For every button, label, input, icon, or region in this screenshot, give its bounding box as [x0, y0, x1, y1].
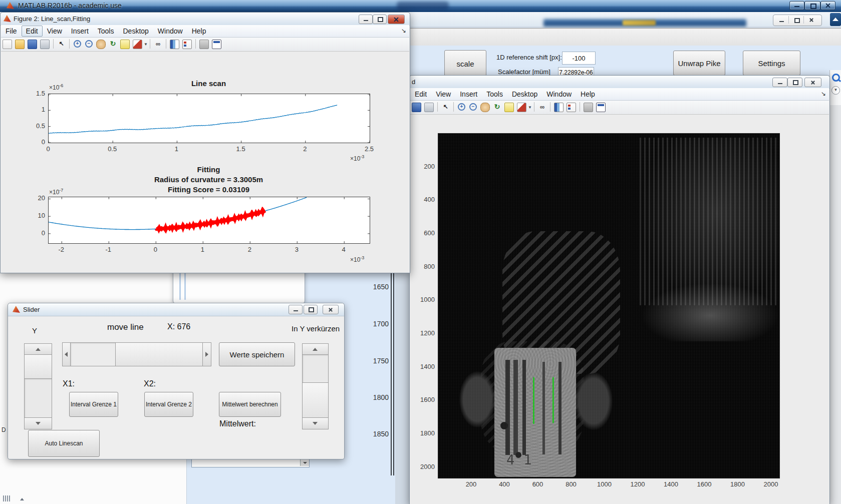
dock-arrow-icon[interactable]: ↘: [401, 27, 406, 34]
menu-item-help[interactable]: Help: [187, 26, 211, 37]
insert-legend-icon[interactable]: [182, 40, 192, 49]
menu-item-desktop[interactable]: Desktop: [118, 26, 153, 37]
hold-plot-icon[interactable]: [584, 103, 593, 112]
dropdown-circle-icon[interactable]: ▼: [831, 86, 840, 95]
print-icon[interactable]: [40, 40, 50, 49]
zoom-out-icon[interactable]: −: [85, 40, 93, 48]
slider-track[interactable]: [24, 378, 52, 418]
minimize-button[interactable]: [774, 16, 789, 24]
insert-colorbar-icon[interactable]: [170, 40, 179, 49]
data-cursor-icon[interactable]: [120, 40, 130, 49]
slider-down-button[interactable]: [24, 417, 52, 429]
tick-label: 800: [560, 480, 582, 488]
rotate-3d-icon[interactable]: ↻: [493, 103, 501, 111]
close-button[interactable]: [804, 78, 821, 87]
link-plot-icon[interactable]: ∞: [154, 40, 162, 48]
fitting-axes[interactable]: [48, 197, 370, 244]
menu-item-tools[interactable]: Tools: [93, 26, 119, 37]
tick-label: 0: [24, 229, 45, 237]
minimize-button[interactable]: [772, 78, 787, 87]
dock-figure-icon[interactable]: [212, 40, 221, 49]
menu-item-desktop[interactable]: Desktop: [507, 89, 542, 100]
settings-button[interactable]: Settings: [743, 51, 800, 76]
scale-button[interactable]: scale: [444, 50, 486, 77]
cursor-icon[interactable]: ↖: [441, 103, 450, 111]
menu-item-view[interactable]: View: [431, 89, 455, 100]
interval-grenze1-button[interactable]: Interval Grenze 1: [69, 392, 118, 417]
zoom-out-icon[interactable]: −: [469, 103, 477, 111]
close-button[interactable]: [388, 15, 405, 24]
menu-item-edit[interactable]: Edit: [410, 89, 431, 100]
search-icon[interactable]: [832, 74, 840, 82]
line-scan-axes[interactable]: [48, 94, 370, 143]
save-icon[interactable]: [412, 103, 421, 112]
slider-right-button[interactable]: [202, 342, 211, 366]
minimize-button[interactable]: [789, 1, 804, 10]
rotate-3d-icon[interactable]: ↻: [109, 40, 117, 48]
maximize-button[interactable]: [373, 15, 387, 24]
interval-grenze2-button[interactable]: Interval Grenze 2: [144, 392, 193, 417]
new-doc-icon[interactable]: [3, 40, 12, 49]
matlab-main-titlebar[interactable]: MATLAB R2016b - academic use: [0, 0, 841, 13]
minimize-button[interactable]: [359, 15, 373, 24]
minimize-button[interactable]: [289, 305, 303, 314]
chevron-down-icon[interactable]: ▼: [528, 103, 532, 111]
slider-titlebar[interactable]: Slider: [8, 303, 344, 316]
dock-arrow-icon[interactable]: ↘: [821, 90, 826, 97]
maximize-button[interactable]: [789, 16, 804, 24]
slider-down-button[interactable]: [302, 417, 329, 429]
slider-thumb[interactable]: [302, 382, 329, 418]
menu-item-insert[interactable]: Insert: [67, 26, 93, 37]
menu-item-window[interactable]: Window: [153, 26, 187, 37]
save-icon[interactable]: [28, 40, 37, 49]
image-window-titlebar[interactable]: d: [410, 76, 829, 89]
insert-colorbar-icon[interactable]: [554, 103, 564, 112]
close-button[interactable]: [323, 305, 339, 314]
zoom-in-icon[interactable]: +: [74, 40, 81, 48]
maximize-button[interactable]: [787, 78, 802, 87]
menu-item-tools[interactable]: Tools: [482, 89, 507, 100]
collapse-up-button[interactable]: [830, 13, 841, 26]
menu-item-edit[interactable]: Edit: [22, 26, 43, 37]
chevron-down-icon[interactable]: [300, 459, 309, 466]
slider-track[interactable]: [70, 342, 116, 366]
menu-item-file[interactable]: File: [1, 26, 22, 37]
background-combobox[interactable]: [191, 458, 310, 467]
figure2-titlebar[interactable]: Figure 2: Line_scan,Fitting: [1, 13, 410, 26]
slider-up-button[interactable]: [302, 343, 329, 355]
hold-plot-icon[interactable]: [199, 40, 209, 49]
insert-legend-icon[interactable]: [567, 103, 576, 112]
zoom-in-icon[interactable]: +: [458, 103, 465, 111]
print-icon[interactable]: [424, 103, 434, 112]
mittelwert-berechnen-button[interactable]: Mittelwert berechnen: [219, 392, 281, 417]
restore-button[interactable]: [804, 1, 820, 10]
close-button[interactable]: [820, 1, 835, 10]
slider-thumb[interactable]: [115, 342, 203, 366]
link-plot-icon[interactable]: ∞: [538, 103, 546, 111]
pan-hand-icon[interactable]: [480, 103, 490, 112]
dock-figure-icon[interactable]: [596, 103, 606, 112]
open-folder-icon[interactable]: [15, 40, 25, 49]
auto-linescan-button[interactable]: Auto Linescan: [28, 430, 100, 457]
close-button[interactable]: [804, 16, 818, 24]
cursor-icon[interactable]: ↖: [57, 40, 66, 48]
taskbar-grip[interactable]: [3, 494, 23, 501]
maximize-button[interactable]: [304, 305, 318, 314]
slider-thumb[interactable]: [24, 354, 52, 379]
menu-item-window[interactable]: Window: [542, 89, 576, 100]
werte-speichern-button[interactable]: Werte speichern: [219, 342, 295, 366]
data-cursor-icon[interactable]: [504, 103, 514, 112]
slider-up-button[interactable]: [24, 343, 52, 355]
pan-hand-icon[interactable]: [96, 40, 106, 49]
brush-icon[interactable]: [133, 40, 142, 49]
phase-image-axes[interactable]: 41: [438, 133, 780, 478]
menu-item-help[interactable]: Help: [576, 89, 600, 100]
unwrap-pike-button[interactable]: Unwrap Pike: [673, 51, 725, 76]
menu-item-insert[interactable]: Insert: [455, 89, 482, 100]
shift-input[interactable]: -100: [562, 52, 596, 65]
slider-track[interactable]: [302, 354, 329, 383]
menu-item-view[interactable]: View: [43, 26, 67, 37]
dock-tab-letter[interactable]: D: [2, 426, 6, 433]
brush-icon[interactable]: [517, 103, 526, 112]
chevron-down-icon[interactable]: ▼: [144, 40, 148, 48]
